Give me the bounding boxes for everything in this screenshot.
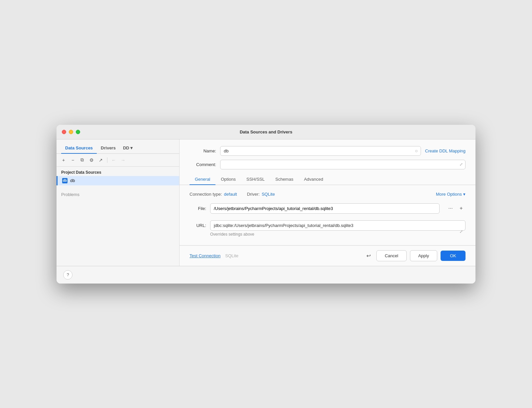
file-label: File: (190, 206, 206, 211)
footer-left: Test Connection SQLite (190, 253, 238, 258)
tab-advanced[interactable]: Advanced (299, 174, 329, 185)
toolbar-separator (107, 157, 107, 163)
file-row: File: ··· + (190, 203, 466, 214)
driver-label: Driver: (247, 192, 260, 197)
dialog-title: Data Sources and Drivers (240, 129, 292, 134)
sidebar: Data Sources Drivers DD ▾ + − ⧉ ⚙ ↗ ← → … (57, 139, 180, 266)
name-label: Name: (190, 148, 216, 153)
url-row: URL: ⤢ Overrides settings above (190, 220, 466, 237)
url-label: URL: (190, 220, 206, 228)
forward-button[interactable]: → (119, 156, 127, 164)
tab-general[interactable]: General (190, 174, 215, 185)
section-title: Project Data Sources (57, 167, 179, 176)
file-add-button[interactable]: + (457, 204, 466, 213)
chevron-down-icon: ▾ (130, 145, 133, 150)
datasource-item-db[interactable]: db db (57, 176, 179, 185)
add-datasource-button[interactable]: + (59, 156, 68, 164)
remove-datasource-button[interactable]: − (68, 156, 77, 164)
tab-options[interactable]: Options (215, 174, 241, 185)
ok-button[interactable]: OK (441, 251, 466, 261)
db-icon: db (62, 178, 67, 183)
problems-section: Problems (57, 185, 179, 197)
name-row: Name: ○ Create DDL Mapping (190, 146, 466, 156)
comment-label: Comment: (190, 162, 216, 167)
settings-button[interactable]: ⚙ (87, 156, 96, 164)
sidebar-toolbar: + − ⧉ ⚙ ↗ ← → (57, 154, 179, 167)
more-options-button[interactable]: More Options ▾ (436, 192, 466, 197)
nav-tab-datasources[interactable]: Data Sources (61, 143, 97, 154)
create-ddl-link[interactable]: Create DDL Mapping (425, 148, 466, 153)
back-button[interactable]: ← (109, 156, 118, 164)
footer: Test Connection SQLite ↩ Cancel Apply OK (180, 245, 475, 266)
minimize-button[interactable] (69, 130, 73, 134)
export-button[interactable]: ↗ (96, 156, 105, 164)
file-input-wrapper (210, 203, 440, 214)
form-header: Name: ○ Create DDL Mapping Comment: ⤢ (180, 139, 475, 169)
chevron-down-icon-more: ▾ (463, 192, 466, 197)
tabs-bar: General Options SSH/SSL Schemas Advanced (180, 169, 475, 185)
dialog-body: Data Sources Drivers DD ▾ + − ⧉ ⚙ ↗ ← → … (57, 139, 475, 266)
main-content: Name: ○ Create DDL Mapping Comment: ⤢ (180, 139, 475, 266)
tab-sshssl[interactable]: SSH/SSL (241, 174, 270, 185)
connection-type-row: Connection type: default Driver: SQLite … (190, 192, 466, 197)
undo-button[interactable]: ↩ (364, 251, 373, 260)
file-buttons: ··· + (446, 204, 466, 213)
sidebar-nav: Data Sources Drivers DD ▾ (57, 139, 179, 154)
titlebar: Data Sources and Drivers (57, 125, 475, 139)
nav-tab-drivers[interactable]: Drivers (97, 143, 120, 154)
comment-input[interactable] (220, 160, 466, 169)
url-hint: Overrides settings above (210, 232, 466, 237)
datasource-label: db (70, 178, 75, 183)
name-input[interactable] (220, 146, 421, 156)
sqlite-label: SQLite (225, 253, 238, 258)
name-input-wrapper: ○ (220, 146, 421, 156)
bottom-bar: ? (57, 266, 475, 284)
copy-datasource-button[interactable]: ⧉ (78, 156, 86, 164)
expand-comment-icon[interactable]: ⤢ (460, 162, 463, 167)
sync-icon: ○ (415, 148, 418, 153)
tab-content-general: Connection type: default Driver: SQLite … (180, 185, 475, 245)
driver-value[interactable]: SQLite (262, 192, 275, 197)
cancel-button[interactable]: Cancel (376, 250, 406, 261)
nav-tab-dd[interactable]: DD ▾ (120, 143, 136, 154)
url-input-wrapper: ⤢ Overrides settings above (210, 220, 466, 237)
url-input[interactable] (210, 220, 466, 231)
footer-right: ↩ Cancel Apply OK (364, 250, 466, 261)
file-ellipsis-button[interactable]: ··· (446, 204, 455, 213)
file-input[interactable] (210, 203, 440, 214)
problems-label: Problems (61, 192, 79, 197)
expand-url-icon[interactable]: ⤢ (460, 229, 463, 234)
test-connection-button[interactable]: Test Connection (190, 253, 220, 258)
dialog-window: Data Sources and Drivers Data Sources Dr… (57, 125, 475, 284)
comment-input-wrapper: ⤢ (220, 160, 466, 169)
window-controls (62, 130, 80, 134)
conn-type-label: Connection type: (190, 192, 222, 197)
help-button[interactable]: ? (63, 270, 72, 280)
close-button[interactable] (62, 130, 66, 134)
apply-button[interactable]: Apply (410, 250, 438, 261)
conn-type-value[interactable]: default (224, 192, 237, 197)
comment-row: Comment: ⤢ (190, 160, 466, 169)
maximize-button[interactable] (76, 130, 80, 134)
tab-schemas[interactable]: Schemas (270, 174, 299, 185)
